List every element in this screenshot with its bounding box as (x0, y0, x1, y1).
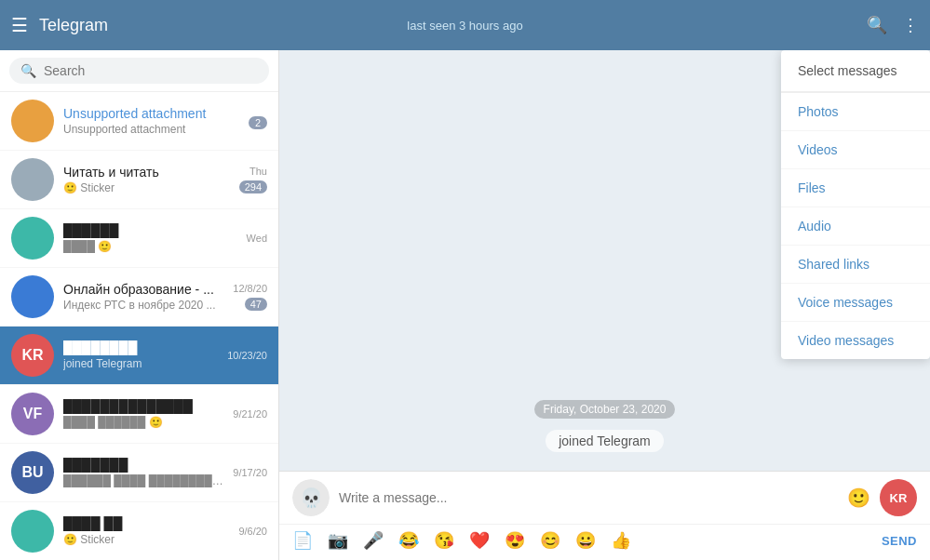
skull-avatar: 💀 (292, 479, 330, 516)
search-input[interactable] (44, 63, 258, 78)
dropdown-item[interactable]: Files (781, 169, 930, 207)
chat-time: 9/17/20 (233, 467, 267, 478)
chat-time: 9/6/20 (238, 526, 267, 537)
menu-icon[interactable]: ☰ (11, 14, 28, 36)
sidebar: 🔍 Unsupported attachmentUnsupported atta… (0, 50, 279, 560)
user-avatar-sm: 💀 (292, 479, 330, 516)
chat-name: ██████████████ (63, 399, 223, 414)
avatar: VF (11, 393, 54, 435)
dropdown-menu: Select messagesPhotosVideosFilesAudioSha… (781, 50, 930, 359)
dropdown-item[interactable]: Videos (781, 131, 930, 169)
chat-badge: 2 (249, 116, 267, 129)
more-options-button[interactable]: ⋮ (902, 15, 919, 35)
toolbar-row: 📄 📷 🎤 😂 😘 ❤️ 😍 😊 😀 👍 SEND (279, 524, 930, 560)
chat-time: 10/23/20 (227, 350, 267, 361)
chat-preview: 🙂 Sticker (63, 181, 230, 194)
chat-item[interactable]: Читать и читать🙂 StickerThu294 (0, 151, 278, 209)
chat-item[interactable]: Онлайн образование - ...Индекс РТС в ноя… (0, 268, 278, 327)
send-button[interactable]: SEND (882, 534, 917, 548)
chat-item[interactable]: VF██████████████████ ██████ 🙂9/21/20 (0, 385, 278, 444)
chat-preview: joined Telegram (63, 357, 218, 370)
chat-preview: ████ 🙂 (63, 240, 237, 253)
chat-time: Thu (249, 166, 267, 177)
chat-panel: Friday, October 23, 2020 joined Telegram… (279, 50, 930, 560)
chat-preview: Индекс РТС в ноябре 2020 ... (63, 299, 223, 312)
emoji-heart-icon[interactable]: ❤️ (469, 530, 490, 551)
avatar (11, 100, 54, 142)
dropdown-item[interactable]: Photos (781, 93, 930, 131)
chat-time: 12/8/20 (233, 283, 267, 294)
avatar: BU (11, 451, 54, 494)
status-text: last seen 3 hours ago (407, 19, 522, 33)
send-avatar[interactable]: KR (880, 479, 917, 516)
attach-file-icon[interactable]: 📄 (292, 530, 313, 551)
chat-item[interactable]: Unsupported attachmentUnsupported attach… (0, 92, 278, 151)
dropdown-item[interactable]: Select messages (781, 50, 930, 93)
avatar (11, 275, 54, 318)
dropdown-item[interactable]: Shared links (781, 246, 930, 284)
dropdown-item[interactable]: Audio (781, 207, 930, 246)
chat-name: ███████ (63, 458, 223, 473)
avatar (11, 217, 54, 260)
chat-preview: ████ ██████ 🙂 (63, 416, 223, 429)
chat-list: Unsupported attachmentUnsupported attach… (0, 92, 278, 560)
chat-name: ████████ (63, 340, 218, 355)
message-input[interactable] (339, 490, 838, 505)
input-row: 💀 🙂 KR (279, 472, 930, 524)
chat-item[interactable]: KR████████joined Telegram10/23/20 (0, 327, 278, 385)
main-layout: 🔍 Unsupported attachmentUnsupported atta… (0, 50, 930, 560)
date-label: Friday, October 23, 2020 (534, 400, 676, 419)
emoji-kiss-icon[interactable]: 😘 (434, 530, 454, 551)
dropdown-item[interactable]: Voice messages (781, 284, 930, 322)
chat-item[interactable]: ████ ██🙂 Sticker9/6/20 (0, 502, 278, 560)
dropdown-item[interactable]: Video messages (781, 322, 930, 359)
search-button[interactable]: 🔍 (867, 15, 887, 35)
chat-name: Онлайн образование - ... (63, 282, 223, 297)
chat-name: ██████ (63, 223, 237, 238)
chat-name: Читать и читать (63, 165, 230, 180)
topbar-actions: 🔍 ⋮ (867, 15, 919, 35)
avatar: KR (11, 334, 54, 377)
topbar: ☰ Telegram last seen 3 hours ago 🔍 ⋮ (0, 0, 930, 50)
chat-time: Wed (247, 233, 267, 244)
emoji-heart-eyes-icon[interactable]: 😍 (505, 530, 525, 551)
search-icon: 🔍 (20, 63, 36, 78)
avatar (11, 158, 54, 201)
chat-preview: Unsupported attachment (63, 123, 239, 136)
search-input-wrap[interactable]: 🔍 (9, 58, 269, 84)
chat-preview: 🙂 Sticker (63, 533, 229, 546)
emoji-thumbs-up-icon[interactable]: 👍 (611, 530, 631, 551)
emoji-button[interactable]: 🙂 (847, 487, 870, 509)
chat-preview: ██████ ████ ████████ █ ... (63, 474, 223, 487)
chat-badge: 294 (239, 180, 267, 193)
avatar (11, 510, 54, 553)
emoji-grin-icon[interactable]: 😀 (575, 530, 596, 551)
chat-item[interactable]: ██████████ 🙂Wed (0, 209, 278, 268)
chat-name: ████ ██ (63, 516, 229, 531)
emoji-cry-icon[interactable]: 😂 (398, 530, 419, 551)
chat-input-area: 💀 🙂 KR 📄 📷 🎤 😂 😘 ❤️ 😍 😊 😀 👍 SEND (279, 471, 930, 560)
camera-icon[interactable]: 📷 (328, 530, 348, 551)
chat-name: Unsupported attachment (63, 106, 239, 121)
chat-badge: 47 (245, 298, 267, 311)
chat-item[interactable]: BU█████████████ ████ ████████ █ ...9/17/… (0, 444, 278, 502)
emoji-smile-icon[interactable]: 😊 (540, 530, 560, 551)
system-message: joined Telegram (546, 430, 664, 452)
search-bar: 🔍 (0, 50, 278, 92)
chat-time: 9/21/20 (233, 408, 267, 420)
mic-icon[interactable]: 🎤 (363, 530, 384, 551)
